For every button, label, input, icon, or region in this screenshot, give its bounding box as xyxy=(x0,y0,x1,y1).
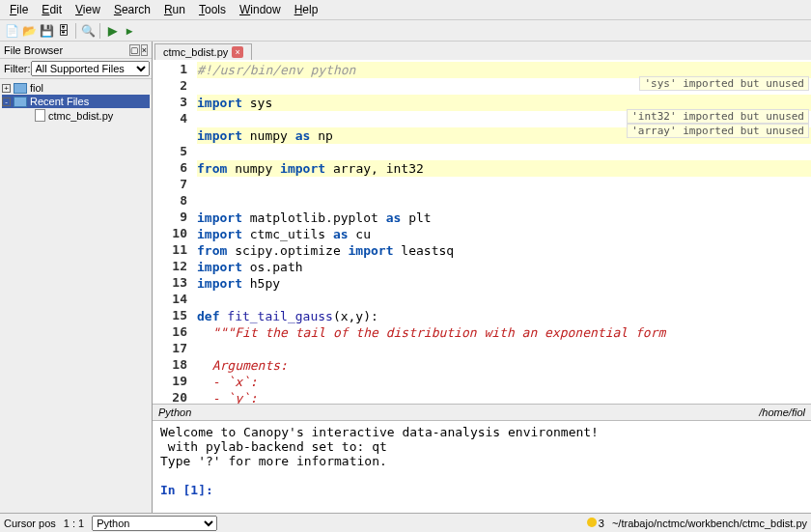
tree-item[interactable]: -Recent Files xyxy=(2,95,150,108)
panel-close-icon[interactable]: × xyxy=(141,44,148,56)
menu-bar: File Edit View Search Run Tools Window H… xyxy=(0,0,811,20)
divider xyxy=(75,23,76,39)
console-header: Python /home/fiol xyxy=(153,404,811,421)
console-title: Python xyxy=(158,406,191,418)
file-icon xyxy=(35,109,45,122)
menu-edit[interactable]: Edit xyxy=(36,2,68,17)
language-select[interactable]: Python xyxy=(92,516,217,531)
warning-count[interactable]: 3 xyxy=(587,518,604,529)
file-browser-panel: File Browser ▢× Filter: All Supported Fi… xyxy=(0,42,153,513)
tree-item[interactable]: +fiol xyxy=(2,81,150,95)
search-icon[interactable]: 🔍 xyxy=(80,23,96,39)
menu-window[interactable]: Window xyxy=(234,2,287,17)
editor-tab-bar: ctmc_bdist.py × xyxy=(153,42,811,60)
editor-tab[interactable]: ctmc_bdist.py × xyxy=(154,43,252,60)
lint-warning: 'int32' imported but unused xyxy=(627,109,809,124)
toolbar: 📄 📂 💾 🗄 🔍 ▶ ▸ xyxy=(0,20,811,42)
warning-dot-icon xyxy=(587,518,597,527)
panel-undock-icon[interactable]: ▢ xyxy=(129,44,140,56)
run-sel-icon[interactable]: ▸ xyxy=(122,23,137,39)
line-gutter: 123456789101112131415161718192021 xyxy=(153,60,193,404)
menu-view[interactable]: View xyxy=(70,2,106,17)
python-console[interactable]: Welcome to Canopy's interactive data-ana… xyxy=(153,421,811,513)
menu-help[interactable]: Help xyxy=(289,2,324,17)
tree-label: fiol xyxy=(30,82,43,94)
filter-select[interactable]: All Supported Files xyxy=(31,61,151,76)
status-bar: Cursor pos 1 : 1 Python 3 ~/trabajo/nctm… xyxy=(0,513,811,532)
lint-warning: 'sys' imported but unused xyxy=(639,76,809,91)
lint-warning: 'array' imported but unused xyxy=(627,124,809,138)
tab-label: ctmc_bdist.py xyxy=(163,46,228,58)
close-tab-icon[interactable]: × xyxy=(232,46,243,58)
divider xyxy=(99,23,100,39)
tree-label: Recent Files xyxy=(30,96,89,107)
menu-tools[interactable]: Tools xyxy=(193,2,232,17)
menu-search[interactable]: Search xyxy=(108,2,156,17)
menu-file[interactable]: File xyxy=(4,2,34,17)
run-icon[interactable]: ▶ xyxy=(104,23,120,39)
new-file-icon[interactable]: 📄 xyxy=(4,23,19,39)
cursor-pos: 1 : 1 xyxy=(64,518,84,529)
expander-icon[interactable]: - xyxy=(2,98,11,106)
save-all-icon[interactable]: 🗄 xyxy=(56,23,71,39)
file-path: ~/trabajo/nctmc/workbench/ctmc_bdist.py xyxy=(612,518,807,529)
tree-label: ctmc_bdist.py xyxy=(48,110,113,122)
filter-label: Filter: xyxy=(4,63,31,74)
code-editor[interactable]: 123456789101112131415161718192021 #!/usr… xyxy=(153,60,811,404)
menu-run[interactable]: Run xyxy=(158,2,191,17)
expander-icon[interactable]: + xyxy=(2,84,11,93)
panel-title: File Browser xyxy=(4,44,63,56)
console-cwd: /home/fiol xyxy=(759,406,805,418)
file-tree[interactable]: +fiol-Recent Filesctmc_bdist.py xyxy=(0,79,152,513)
tree-item[interactable]: ctmc_bdist.py xyxy=(2,108,150,123)
folder-icon xyxy=(14,97,27,107)
save-icon[interactable]: 💾 xyxy=(39,23,54,39)
open-icon[interactable]: 📂 xyxy=(21,23,37,39)
cursor-label: Cursor pos xyxy=(4,518,56,529)
folder-icon xyxy=(14,83,27,94)
